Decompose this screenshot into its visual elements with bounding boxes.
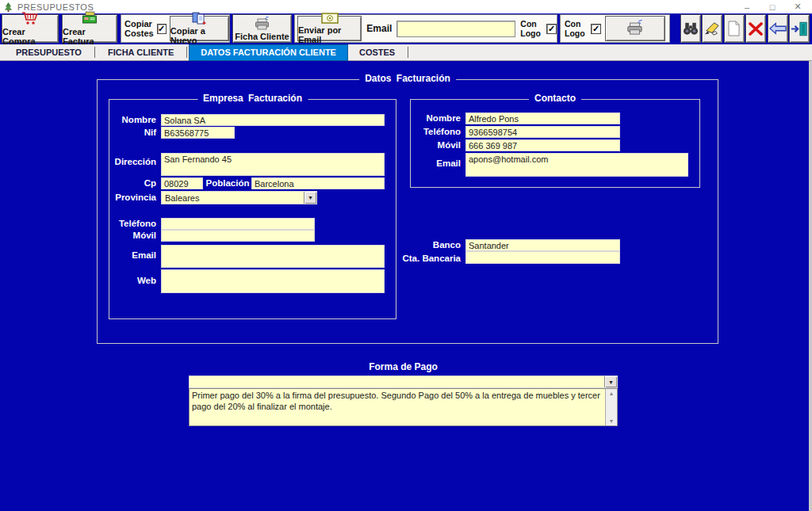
empresa-nombre-label: Nombre — [79, 115, 156, 124]
con-logo-print-checkbox[interactable]: ✓ — [591, 24, 601, 34]
window-title: PRESUPUESTOS — [17, 2, 94, 12]
con-logo-email-label: Con Logo — [520, 19, 542, 38]
empresa-web-label: Web — [79, 276, 156, 285]
empresa-telefono-field[interactable] — [161, 218, 315, 230]
email-label: Email — [366, 24, 392, 33]
textarea-scrollbar[interactable]: ▲ ▼ — [605, 389, 617, 425]
empresa-cp-field[interactable] — [161, 177, 203, 189]
window-right-edge — [809, 61, 812, 511]
empresa-poblacion-field[interactable] — [251, 177, 385, 189]
tab-separator — [94, 47, 95, 58]
tab-presupuesto[interactable]: PRESUPUESTO — [5, 44, 93, 61]
main-content: Datos Facturación Empresa Facturación No… — [0, 61, 812, 511]
tab-costes[interactable]: COSTES — [348, 44, 406, 61]
printer-icon — [625, 20, 645, 37]
cta-bancaria-label: Cta. Bancaria — [365, 254, 461, 263]
enviar-por-email-label: Enviar por Email — [298, 25, 361, 44]
empresa-email-label: Email — [79, 250, 156, 260]
delete-x-icon[interactable] — [745, 14, 766, 43]
empresa-direccion-field[interactable]: San Fernando 45 — [161, 153, 385, 176]
forma-de-pago-textarea[interactable]: Primer pago del 30% a la firma del presu… — [189, 388, 618, 426]
copiar-costes-panel: Copiar Costes ✓ Copiar a Nuevo — [121, 14, 230, 43]
copiar-a-nuevo-button[interactable]: Copiar a Nuevo — [170, 16, 229, 41]
new-document-icon[interactable] — [724, 14, 745, 43]
datos-facturacion-group-title: Datos Facturación — [359, 73, 456, 84]
empresa-poblacion-label: Población — [204, 178, 251, 188]
empresa-nombre-field[interactable] — [161, 114, 385, 126]
contacto-group-title: Contacto — [529, 93, 581, 104]
close-icon[interactable]: ✕ — [785, 0, 810, 13]
window-controls: – □ ✕ — [734, 0, 810, 13]
title-bar: PRESUPUESTOS – □ ✕ — [0, 0, 812, 13]
empresa-provincia-value: Baleares — [162, 193, 304, 203]
copy-documents-icon — [191, 12, 207, 26]
toolbar: Crear Compra Crear Factura Copiar Costes… — [0, 13, 812, 44]
banco-label: Banco — [365, 240, 461, 250]
tab-bar: PRESUPUESTO FICHA CLIENTE DATOS FACTURAC… — [0, 44, 812, 61]
email-envelope-icon — [321, 13, 339, 25]
contacto-movil-field[interactable] — [465, 139, 620, 151]
empresa-email-field[interactable] — [161, 245, 385, 268]
con-logo-print-label: Con Logo — [565, 19, 587, 38]
copiar-costes-label: Copiar Costes — [124, 19, 154, 38]
app-window: PRESUPUESTOS – □ ✕ Crear Compra Crear Fa… — [0, 0, 812, 511]
printer-icon — [253, 17, 272, 32]
empresa-provincia-combo[interactable]: Baleares ▼ — [161, 191, 317, 204]
check-icon: ✓ — [158, 25, 165, 33]
cta-bancaria-field[interactable] — [465, 251, 620, 264]
ficha-cliente-button[interactable]: Ficha Cliente — [232, 14, 292, 43]
scroll-down-icon[interactable]: ▼ — [609, 417, 615, 425]
copiar-costes-checkbox[interactable]: ✓ — [157, 24, 167, 34]
empresa-movil-label: Móvil — [79, 231, 156, 240]
empresa-nif-label: Nif — [79, 128, 156, 137]
minimize-icon[interactable]: – — [734, 0, 760, 13]
contacto-email-field[interactable]: apons@hotmail.com — [465, 153, 688, 177]
email-input[interactable] — [396, 21, 515, 37]
shopping-cart-icon — [21, 11, 40, 27]
app-tree-icon — [3, 2, 13, 12]
edit-pen-icon[interactable] — [702, 14, 722, 43]
crear-factura-label: Crear Factura — [63, 27, 117, 46]
con-logo-email-checkbox[interactable]: ✓ — [546, 24, 557, 34]
tab-separator — [408, 47, 408, 58]
tab-separator — [186, 47, 187, 58]
chevron-down-icon[interactable]: ▼ — [304, 192, 316, 204]
print-button[interactable] — [605, 16, 665, 41]
ficha-cliente-label: Ficha Cliente — [235, 32, 289, 41]
forma-de-pago-combo[interactable]: ▼ — [189, 376, 618, 388]
empresa-cp-label: Cp — [79, 178, 156, 188]
empresa-nif-field[interactable] — [161, 127, 235, 139]
right-icon-strip — [680, 14, 810, 43]
contacto-telefono-field[interactable] — [465, 126, 620, 138]
contacto-nombre-label: Nombre — [381, 113, 461, 123]
scroll-up-icon[interactable]: ▲ — [609, 389, 615, 398]
con-logo-print-panel: Con Logo ✓ — [560, 14, 670, 43]
check-icon: ✓ — [592, 25, 599, 33]
copiar-a-nuevo-label: Copiar a Nuevo — [170, 26, 228, 45]
contacto-telefono-label: Teléfono — [381, 127, 461, 136]
tab-ficha-cliente[interactable]: FICHA CLIENTE — [97, 44, 185, 61]
banco-field[interactable] — [465, 239, 620, 251]
contacto-movil-label: Móvil — [381, 140, 461, 150]
empresa-provincia-label: Provincia — [79, 193, 156, 202]
enviar-por-email-button[interactable]: Enviar por Email — [297, 16, 362, 41]
empresa-direccion-label: Dirección — [79, 157, 156, 166]
crear-compra-button[interactable]: Crear Compra — [2, 14, 59, 43]
maximize-icon[interactable]: □ — [760, 0, 785, 13]
email-panel: Enviar por Email Email Con Logo ✓ — [294, 14, 557, 43]
forma-de-pago-title: Forma de Pago — [189, 361, 618, 372]
crear-compra-label: Crear Compra — [2, 27, 58, 46]
chevron-down-icon[interactable]: ▼ — [604, 376, 617, 387]
empresa-web-field[interactable] — [161, 269, 385, 293]
binoculars-search-icon[interactable] — [680, 14, 701, 43]
forma-de-pago-text: Primer pago del 30% a la firma del presu… — [190, 389, 605, 425]
back-arrow-icon[interactable] — [768, 14, 788, 43]
empresa-movil-field[interactable] — [161, 230, 315, 242]
tab-datos-facturacion-cliente[interactable]: DATOS FACTURACIÓN CLIENTE — [189, 44, 348, 61]
contacto-nombre-field[interactable] — [465, 112, 620, 124]
exit-door-icon[interactable] — [789, 14, 810, 43]
empresa-facturacion-group-title: Empresa Facturación — [197, 93, 308, 104]
crear-factura-button[interactable]: Crear Factura — [62, 14, 117, 43]
contacto-email-label: Email — [381, 158, 461, 168]
empresa-telefono-label: Teléfono — [79, 219, 156, 228]
